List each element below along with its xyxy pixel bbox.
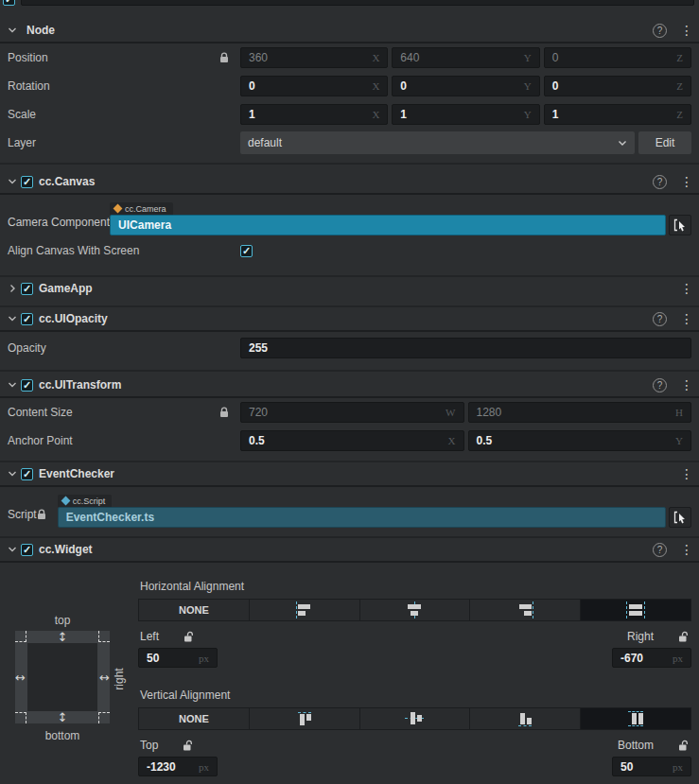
- help-icon[interactable]: ?: [653, 378, 667, 392]
- position-y-field[interactable]: 640Y: [392, 47, 539, 68]
- bottom-unlock-icon[interactable]: [678, 740, 690, 752]
- uiopacity-section-header[interactable]: ✓ cc.UIOpacity ? ⋮: [0, 307, 699, 330]
- node-active-checkbox[interactable]: ✓: [3, 0, 15, 6]
- chevron-down-icon[interactable]: [8, 380, 21, 390]
- widget-editor: top ↕ ↕ ↔ ↔ bottom left right Horizontal…: [0, 563, 699, 784]
- right-unlock-icon[interactable]: [678, 631, 690, 643]
- chevron-down-icon[interactable]: [8, 469, 21, 479]
- valign-middle-button[interactable]: [360, 708, 471, 729]
- camera-picker-button[interactable]: [669, 215, 691, 235]
- help-icon[interactable]: ?: [653, 312, 667, 326]
- node-name-input[interactable]: Canvas: [21, 0, 694, 6]
- chevron-down-icon[interactable]: [8, 545, 21, 554]
- kebab-menu-icon[interactable]: ⋮: [680, 543, 688, 556]
- scale-y-field[interactable]: 1Y: [392, 104, 539, 125]
- chevron-right-icon[interactable]: [8, 284, 21, 293]
- valign-stretch-button[interactable]: [581, 708, 690, 729]
- diagram-bottom-label: bottom: [15, 729, 110, 742]
- node-section-header[interactable]: Node ? ⋮: [0, 19, 699, 42]
- right-label: Right: [627, 630, 654, 643]
- chevron-down-icon[interactable]: [8, 177, 21, 186]
- uitransform-section-header[interactable]: ✓ cc.UITransform ? ⋮: [0, 374, 699, 396]
- script-row: Script cc.Script EventChecker.ts: [0, 487, 699, 531]
- script-lock-icon[interactable]: [37, 509, 58, 520]
- opacity-label: Opacity: [8, 341, 240, 355]
- chevron-down-icon: [618, 138, 627, 148]
- kebab-menu-icon[interactable]: ⋮: [680, 175, 688, 188]
- uiopacity-enabled-checkbox[interactable]: ✓: [21, 313, 33, 325]
- anchor-point-row: Anchor Point 0.5X 0.5Y: [0, 427, 699, 455]
- scale-row: Scale 1X 1Y 1Z: [0, 100, 699, 129]
- position-lock-icon[interactable]: [219, 52, 240, 63]
- script-picker-button[interactable]: [669, 507, 691, 528]
- align-canvas-label: Align Canvas With Screen: [8, 244, 240, 257]
- valign-bottom-button[interactable]: [470, 708, 581, 729]
- camera-reference-field[interactable]: UICamera: [110, 215, 666, 235]
- top-unlock-icon[interactable]: [183, 740, 194, 752]
- widget-section-header[interactable]: ✓ cc.Widget ? ⋮: [0, 538, 699, 561]
- chevron-down-icon[interactable]: [8, 26, 21, 35]
- rotation-y-field[interactable]: 0Y: [392, 76, 539, 96]
- eventchecker-enabled-checkbox[interactable]: ✓: [21, 468, 33, 480]
- eventchecker-section-header[interactable]: ✓ EventChecker ⋮: [0, 462, 699, 485]
- scale-z-field[interactable]: 1Z: [544, 104, 691, 125]
- diagram-corner: [98, 631, 110, 642]
- gameapp-section-header[interactable]: ✓ GameApp ⋮: [0, 277, 699, 300]
- help-icon[interactable]: ?: [653, 543, 667, 557]
- kebab-menu-icon[interactable]: ⋮: [680, 378, 688, 392]
- divider: [0, 157, 699, 170]
- kebab-menu-icon[interactable]: ⋮: [680, 24, 688, 37]
- align-right-icon: [511, 601, 539, 618]
- layer-label: Layer: [8, 136, 240, 149]
- halign-center-button[interactable]: [360, 600, 471, 620]
- widget-enabled-checkbox[interactable]: ✓: [21, 544, 33, 556]
- canvas-section-header[interactable]: ✓ cc.Canvas ? ⋮: [0, 170, 699, 193]
- canvas-enabled-checkbox[interactable]: ✓: [21, 176, 33, 188]
- vertical-alignment-group: NONE: [138, 707, 691, 730]
- widget-top-field[interactable]: -1230px: [138, 757, 218, 776]
- left-unlock-icon[interactable]: [183, 631, 195, 643]
- halign-stretch-button[interactable]: [581, 600, 690, 620]
- help-icon[interactable]: ?: [653, 175, 667, 189]
- leftright-arrow-icon: ↔: [99, 671, 110, 684]
- content-height-field[interactable]: 1280H: [468, 402, 692, 423]
- widget-bottom-field[interactable]: 50px: [612, 757, 691, 776]
- kebab-menu-icon[interactable]: ⋮: [680, 282, 688, 295]
- camera-component-label: Camera Component: [8, 216, 110, 229]
- halign-right-button[interactable]: [470, 600, 581, 620]
- gameapp-enabled-checkbox[interactable]: ✓: [21, 283, 33, 295]
- kebab-menu-icon[interactable]: ⋮: [680, 467, 688, 480]
- widget-right-field[interactable]: -670px: [612, 648, 691, 668]
- anchor-x-field[interactable]: 0.5X: [240, 430, 464, 451]
- opacity-row: Opacity 255: [0, 332, 699, 364]
- script-label: Script: [8, 508, 37, 521]
- opacity-field[interactable]: 255: [240, 338, 691, 358]
- widget-left-field[interactable]: 50px: [138, 648, 218, 668]
- help-icon[interactable]: ?: [653, 24, 667, 38]
- anchor-y-field[interactable]: 0.5Y: [468, 430, 692, 451]
- content-size-lock-icon[interactable]: [219, 407, 240, 418]
- scale-x-field[interactable]: 1X: [240, 104, 388, 125]
- align-canvas-checkbox[interactable]: ✓: [240, 245, 253, 257]
- valign-none-button[interactable]: NONE: [139, 708, 250, 729]
- script-reference-field[interactable]: EventChecker.ts: [58, 507, 666, 528]
- layer-select[interactable]: default: [240, 131, 635, 154]
- bottom-label: Bottom: [618, 739, 654, 752]
- diagram-corner: [15, 712, 26, 723]
- align-stretch-vertical-icon: [621, 710, 650, 727]
- halign-left-button[interactable]: [250, 600, 360, 620]
- position-z-field[interactable]: 0Z: [544, 47, 691, 68]
- position-x-field[interactable]: 360X: [240, 47, 388, 68]
- align-bottom-icon: [511, 710, 539, 727]
- divider: [0, 270, 699, 277]
- halign-none-button[interactable]: NONE: [139, 600, 250, 620]
- node-name-row: ✓ Canvas: [0, 0, 699, 9]
- content-width-field[interactable]: 720W: [240, 402, 464, 423]
- layer-edit-button[interactable]: Edit: [638, 131, 691, 154]
- chevron-down-icon[interactable]: [8, 314, 21, 323]
- uitransform-enabled-checkbox[interactable]: ✓: [21, 379, 33, 392]
- kebab-menu-icon[interactable]: ⋮: [680, 312, 688, 325]
- rotation-x-field[interactable]: 0X: [240, 76, 388, 96]
- rotation-z-field[interactable]: 0Z: [544, 76, 691, 96]
- valign-top-button[interactable]: [250, 708, 360, 729]
